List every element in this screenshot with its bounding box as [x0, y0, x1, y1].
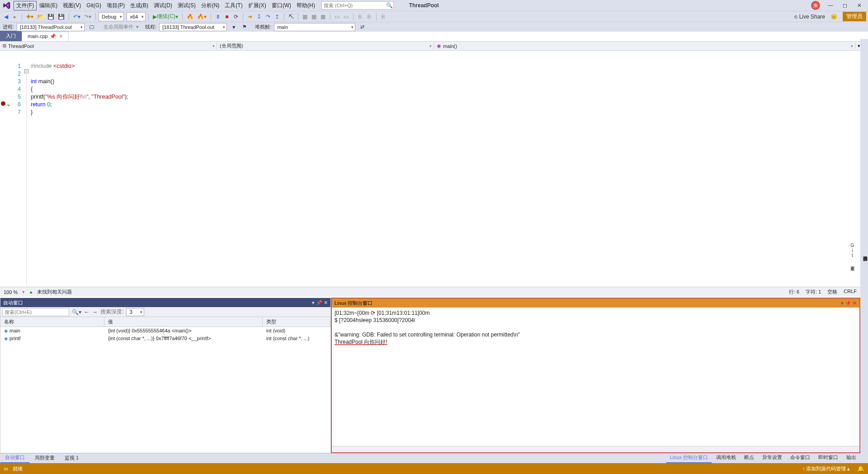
right-sidebar[interactable]: 服务器资源管理器 Git 更改: [860, 39, 868, 463]
misc4-icon[interactable]: ⎘: [365, 12, 373, 21]
menu-help[interactable]: 帮助(H): [294, 1, 318, 10]
step-over-icon[interactable]: ↷: [264, 12, 272, 21]
menu-git[interactable]: Git(G): [84, 1, 104, 9]
panel-menu-icon[interactable]: ▾: [312, 300, 315, 306]
config-dropdown[interactable]: Debug: [99, 12, 124, 21]
panel-menu-icon[interactable]: ▾: [841, 300, 844, 306]
quick-search-input[interactable]: [324, 3, 386, 8]
menu-test[interactable]: 测试(S): [175, 1, 198, 10]
search-icon[interactable]: 🔍▾: [72, 309, 81, 315]
breakpoint-icon[interactable]: [1, 101, 5, 106]
menu-window[interactable]: 窗口(W): [269, 1, 294, 10]
tooltab-breakpoints[interactable]: 断点: [740, 452, 758, 463]
tooltab-watch[interactable]: 监视 1: [60, 453, 84, 463]
filter-icon[interactable]: ▼: [230, 23, 238, 32]
whitespace-mode[interactable]: 空格: [827, 289, 837, 295]
menu-edit[interactable]: 编辑(E): [37, 1, 60, 10]
menu-view[interactable]: 视图(V): [60, 1, 84, 10]
console-output[interactable]: [01;32m~[00m ⟳ [01;31m13:01:11[00m $ [?2…: [332, 308, 859, 446]
tooltab-immediate[interactable]: 即时窗口: [814, 452, 842, 463]
tooltab-linux-console[interactable]: Linux 控制台窗口: [666, 452, 712, 463]
step-into-icon[interactable]: ↧: [255, 12, 263, 21]
grid3-icon[interactable]: ▦: [319, 12, 327, 21]
source-control-button[interactable]: ↑ 添加到源代码管理 ▴: [799, 465, 853, 473]
misc5-icon[interactable]: ⎘: [379, 12, 387, 21]
minimize-icon[interactable]: —: [824, 0, 837, 10]
continue-button[interactable]: ▶ 继续(C) ▾: [151, 12, 179, 21]
tooltab-autos[interactable]: 自动窗口: [0, 452, 30, 463]
col-name[interactable]: 名称: [0, 317, 104, 327]
menu-debug[interactable]: 调试(D): [151, 1, 175, 10]
tooltab-locals[interactable]: 局部变量: [30, 453, 60, 463]
misc2-icon[interactable]: ▭: [342, 12, 350, 21]
menu-build[interactable]: 生成(B): [127, 1, 151, 10]
table-row[interactable]: ◈printf {int (const char *, ...)} 0x7fff…: [0, 335, 330, 342]
menu-file[interactable]: 文件(F): [14, 1, 37, 10]
maximize-icon[interactable]: ◻: [838, 0, 852, 10]
code-body[interactable]: − #include <cstdio> int main() { printf(…: [24, 61, 860, 287]
menu-tools[interactable]: 工具(T): [222, 1, 245, 10]
console-scrollbar[interactable]: [332, 446, 859, 452]
stack-opts-icon[interactable]: ⇄: [358, 23, 366, 32]
tab-close-icon[interactable]: ✕: [59, 33, 63, 39]
nav-fwd-icon[interactable]: ▸: [11, 12, 19, 21]
panel-close-icon[interactable]: ✕: [324, 300, 328, 306]
tab-pin-icon[interactable]: 📌: [50, 33, 56, 39]
quick-search[interactable]: 🔍: [321, 1, 394, 9]
pause-icon[interactable]: ⏸: [214, 12, 222, 21]
show-next-icon[interactable]: ➜: [246, 12, 254, 21]
platform-dropdown[interactable]: x64: [127, 12, 146, 21]
stack-dropdown[interactable]: main: [274, 23, 355, 31]
nav-scope[interactable]: ⧉ThreadPool: [0, 43, 217, 49]
grid1-icon[interactable]: ▦: [301, 12, 309, 21]
panel-close-icon[interactable]: ✕: [853, 300, 857, 306]
close-icon[interactable]: ✕: [853, 0, 866, 10]
misc3-icon[interactable]: ⎘: [356, 12, 364, 21]
misc1-icon[interactable]: ▭: [333, 12, 341, 21]
process-dropdown[interactable]: [18133] ThreadPool.out: [17, 23, 85, 31]
new-item-icon[interactable]: ✚▾: [25, 12, 35, 21]
liveshare-label[interactable]: Live Share: [799, 14, 825, 20]
hot-reload-icon[interactable]: 🔥: [185, 12, 195, 21]
code-editor[interactable]: 1234567 ➜ − #include <cstdio> int main()…: [0, 61, 860, 287]
panel-pin-icon[interactable]: 📌: [845, 300, 851, 306]
issues-text[interactable]: 未找到相关问题: [37, 289, 72, 295]
tab-main-cpp[interactable]: main.cpp📌✕: [22, 32, 69, 41]
nav-back-icon[interactable]: ◀: [2, 12, 10, 21]
tooltab-callstack[interactable]: 调用堆栈: [712, 452, 740, 463]
lifecycle-icon[interactable]: 🖵: [87, 23, 95, 32]
tooltab-exceptions[interactable]: 异常设置: [758, 452, 786, 463]
stop-icon[interactable]: ■: [223, 12, 231, 21]
feedback-icon[interactable]: 😐: [830, 14, 837, 20]
eol-mode[interactable]: CRLF: [844, 289, 857, 295]
git-changes-tab[interactable]: Git 更改: [849, 243, 855, 263]
menu-project[interactable]: 项目(P): [104, 1, 127, 10]
autos-table[interactable]: 名称 值 类型 ◈main {int (void)} 0x55555555464…: [0, 317, 330, 453]
autos-search-input[interactable]: [2, 308, 69, 316]
tooltab-command[interactable]: 命令窗口: [786, 452, 814, 463]
grid2-icon[interactable]: ▦: [310, 12, 318, 21]
liveshare-icon[interactable]: ⎋: [794, 14, 797, 20]
tab-start[interactable]: 入门: [0, 31, 22, 41]
save-icon[interactable]: 💾: [46, 12, 56, 21]
tooltab-output[interactable]: 输出: [842, 452, 860, 463]
undo-icon[interactable]: ↶▾: [72, 12, 82, 21]
nav-type[interactable]: (全局范围): [217, 43, 434, 49]
redo-icon[interactable]: ↷▾: [83, 12, 93, 21]
open-icon[interactable]: 📂: [36, 12, 45, 21]
thread-dropdown[interactable]: [18133] ThreadPool.out: [159, 23, 227, 31]
depth-back-icon[interactable]: ←: [84, 309, 90, 315]
notifications-icon[interactable]: 🔔: [857, 465, 864, 472]
menu-extensions[interactable]: 扩展(X): [245, 1, 269, 10]
depth-fwd-icon[interactable]: →: [92, 309, 98, 315]
flag-icon[interactable]: ⚑: [241, 23, 249, 32]
step-out-icon[interactable]: ↥: [273, 12, 281, 21]
save-all-icon[interactable]: 💾: [57, 12, 66, 21]
nav-member[interactable]: ◉main(): [434, 43, 855, 49]
restart-icon[interactable]: ⟳: [232, 12, 240, 21]
table-row[interactable]: ◈main {int (void)} 0x55555555464a <main(…: [0, 327, 330, 335]
apply-changes-icon[interactable]: 🔥▾: [196, 12, 208, 21]
depth-dropdown[interactable]: 3: [126, 308, 144, 316]
menu-analyze[interactable]: 分析(N): [198, 1, 222, 10]
tools-icon[interactable]: ⛏: [287, 12, 295, 21]
